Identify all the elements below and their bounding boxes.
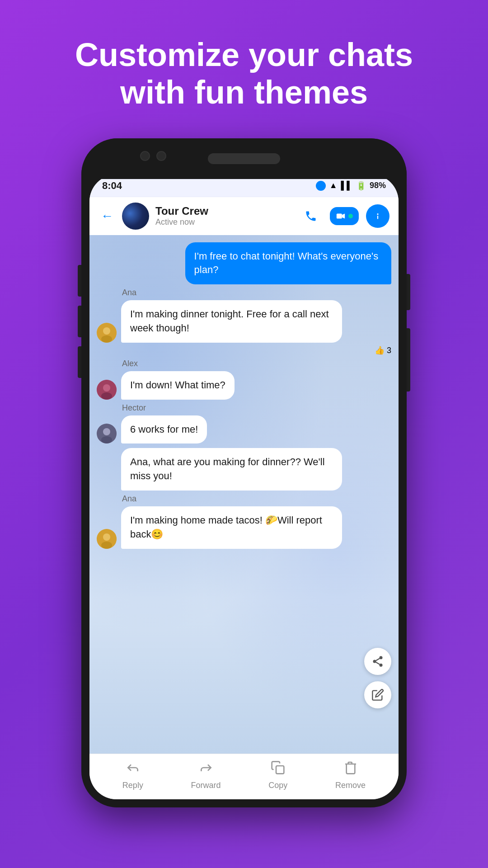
received-bubble-1: I'm making dinner tonight. Free for a ca… xyxy=(121,300,342,343)
voice-call-button[interactable] xyxy=(299,204,323,228)
svg-point-9 xyxy=(101,392,112,400)
page-title: Customize your chats with fun themes xyxy=(48,36,440,111)
status-icons: ▲ ▌▌ 🔋 98% xyxy=(316,181,386,191)
svg-point-6 xyxy=(101,335,112,343)
copy-action[interactable]: Copy xyxy=(268,760,287,790)
share-button[interactable] xyxy=(364,648,391,675)
phone-notch xyxy=(81,138,407,179)
video-call-button[interactable] xyxy=(330,207,359,225)
svg-point-15 xyxy=(101,542,112,549)
message-group-hector: Hector 6 works for me! xyxy=(97,403,391,491)
remove-action[interactable]: Remove xyxy=(335,760,366,790)
chat-header: ← Tour Crew Active now xyxy=(89,197,399,235)
edit-button[interactable] xyxy=(364,681,391,708)
sender-name-hector: Hector xyxy=(122,403,391,413)
copy-label: Copy xyxy=(268,781,287,790)
front-camera xyxy=(140,151,150,161)
group-name: Tour Crew xyxy=(155,205,293,217)
message-group-ana-1: Ana I'm making dinner tonight. Free for … xyxy=(97,288,391,355)
forward-icon xyxy=(199,760,213,778)
wifi-icon: ▲ xyxy=(329,181,338,190)
signal-icon: ▌▌ xyxy=(341,181,352,190)
received-bubble-4: Ana, what are you making for dinner?? We… xyxy=(121,448,342,491)
forward-label: Forward xyxy=(191,781,221,790)
received-bubble-3: 6 works for me! xyxy=(121,415,207,444)
sender-name-ana-2: Ana xyxy=(122,494,391,504)
reaction-1: 👍 3 xyxy=(375,345,391,355)
message-row-4: Ana, what are you making for dinner?? We… xyxy=(97,448,391,491)
group-avatar xyxy=(122,203,149,230)
phone-mockup: 8:04 ▲ ▌▌ 🔋 98% ← Tour Crew Active now xyxy=(81,138,407,807)
header-actions xyxy=(299,204,389,228)
message-group-ana-2: Ana I'm making home made tacos! 🌮Will re… xyxy=(97,494,391,549)
svg-point-30 xyxy=(380,663,383,666)
svg-point-12 xyxy=(101,436,112,443)
remove-label: Remove xyxy=(335,781,366,790)
sender-name-alex: Alex xyxy=(122,359,391,368)
svg-point-2 xyxy=(377,213,378,215)
phone-screen: 8:04 ▲ ▌▌ 🔋 98% ← Tour Crew Active now xyxy=(89,175,399,799)
chat-area: I'm free to chat tonight! What's everyon… xyxy=(89,235,399,754)
power-button-2 xyxy=(407,328,410,392)
avatar-alex xyxy=(97,380,117,400)
avatar-spacer xyxy=(97,471,117,491)
svg-rect-3 xyxy=(377,216,378,219)
phone-speaker xyxy=(208,153,280,164)
avatar-ana-2 xyxy=(97,529,117,549)
messenger-status-icon xyxy=(316,181,326,191)
phone-frame: 8:04 ▲ ▌▌ 🔋 98% ← Tour Crew Active now xyxy=(81,138,407,807)
messages-list: I'm free to chat tonight! What's everyon… xyxy=(89,235,399,556)
svg-point-14 xyxy=(103,533,110,541)
sensor xyxy=(156,151,166,161)
remove-icon xyxy=(343,760,358,778)
message-row-5: I'm making home made tacos! 🌮Will report… xyxy=(97,506,391,549)
svg-point-8 xyxy=(103,384,110,392)
power-button xyxy=(407,274,410,310)
svg-rect-33 xyxy=(276,766,284,774)
volume-down-button xyxy=(78,306,81,337)
sent-bubble-1: I'm free to chat tonight! What's everyon… xyxy=(185,242,391,285)
bottom-action-bar: Reply Forward Copy xyxy=(89,754,399,799)
svg-line-32 xyxy=(376,658,380,660)
svg-point-28 xyxy=(380,656,383,659)
message-sent-1: I'm free to chat tonight! What's everyon… xyxy=(97,242,391,285)
battery-icon: 🔋 xyxy=(356,181,366,191)
forward-action[interactable]: Forward xyxy=(191,760,221,790)
mute-button xyxy=(78,346,81,378)
avatar-hector xyxy=(97,424,117,443)
message-row-3: 6 works for me! xyxy=(97,415,391,444)
svg-point-11 xyxy=(103,428,110,435)
svg-point-5 xyxy=(103,327,110,335)
status-time: 8:04 xyxy=(102,180,122,192)
sender-name-ana: Ana xyxy=(122,288,391,297)
volume-up-button xyxy=(78,265,81,297)
svg-line-31 xyxy=(376,662,380,664)
header-info: Tour Crew Active now xyxy=(155,205,293,227)
svg-point-29 xyxy=(373,660,376,663)
reply-label: Reply xyxy=(122,781,143,790)
copy-icon xyxy=(271,760,285,778)
svg-rect-0 xyxy=(337,213,342,218)
svg-marker-1 xyxy=(342,213,345,218)
message-row-2: I'm down! What time? xyxy=(97,371,391,400)
back-button[interactable]: ← xyxy=(99,207,116,226)
message-group-alex: Alex I'm down! What time? xyxy=(97,359,391,400)
received-bubble-2: I'm down! What time? xyxy=(121,371,235,400)
info-button[interactable] xyxy=(366,204,389,228)
received-bubble-5: I'm making home made tacos! 🌮Will report… xyxy=(121,506,342,549)
side-actions xyxy=(364,648,391,708)
active-status: Active now xyxy=(155,217,293,227)
message-row-1: I'm making dinner tonight. Free for a ca… xyxy=(97,300,391,343)
reply-icon xyxy=(126,760,140,778)
reply-action[interactable]: Reply xyxy=(122,760,143,790)
camera-area xyxy=(140,151,166,161)
avatar-ana xyxy=(97,323,117,343)
battery-percent: 98% xyxy=(370,181,386,190)
